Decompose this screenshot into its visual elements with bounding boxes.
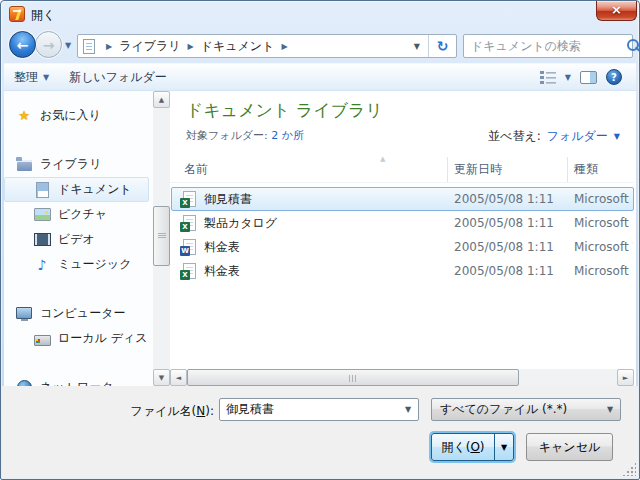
- file-date: 2005/05/08 1:11: [448, 264, 568, 278]
- sidebar-item-label: ピクチャ: [58, 206, 107, 223]
- file-row[interactable]: X 料金表 2005/05/08 1:11 Microsoft Ex: [171, 259, 634, 283]
- scope-locations-link[interactable]: 2 か所: [271, 129, 304, 142]
- sidebar-item[interactable]: ライブラリ: [4, 152, 149, 177]
- arrange-by-label: 並べ替え:: [488, 128, 541, 145]
- file-type-icon: W: [183, 239, 196, 255]
- new-folder-label: 新しいフォルダー: [69, 69, 167, 86]
- file-name: 料金表: [204, 263, 240, 280]
- sidebar-items: ★ お気に入り ライブラリ ドキュメント ピクチャ ビデオ: [4, 103, 170, 386]
- new-folder-button[interactable]: 新しいフォルダー: [59, 64, 177, 90]
- search-box[interactable]: [463, 34, 633, 58]
- open-file-dialog: 開く × ← → ▼ ▶ ライブラリ ▶ ドキュメント ▶ ▼ ↻: [0, 0, 640, 480]
- breadcrumb-separator-icon: ▶: [181, 42, 201, 51]
- sidebar-scrollbar-thumb[interactable]: [153, 206, 170, 266]
- library-scope: 対象フォルダー: 2 か所: [186, 128, 304, 143]
- title-bar[interactable]: 開く ×: [1, 1, 639, 28]
- file-row[interactable]: X 製品カタログ 2005/05/08 1:11 Microsoft Ex: [171, 211, 634, 235]
- search-input[interactable]: [464, 39, 625, 53]
- file-name: 御見積書: [204, 191, 252, 208]
- file-row[interactable]: W 料金表 2005/05/08 1:11 Microsoft W: [171, 235, 634, 259]
- resize-grip[interactable]: [622, 462, 636, 476]
- window-title: 開く: [31, 7, 55, 24]
- file-row[interactable]: X 御見積書 2005/05/08 1:11 Microsoft Ex: [171, 187, 634, 211]
- filetype-dropdown-icon[interactable]: ▼: [603, 405, 620, 414]
- sidebar-item[interactable]: ピクチャ: [4, 202, 149, 227]
- sidebar-item-icon: [15, 306, 33, 322]
- arrange-by-dropdown-icon[interactable]: ▼: [614, 132, 620, 141]
- cancel-button[interactable]: キャンセル: [526, 433, 613, 461]
- breadcrumb: ▶ ライブラリ ▶ ドキュメント: [99, 38, 274, 55]
- filename-dropdown-icon[interactable]: ▼: [401, 405, 418, 414]
- horizontal-scrollbar-thumb[interactable]: [187, 369, 519, 386]
- close-button[interactable]: ×: [596, 1, 637, 21]
- sidebar-item[interactable]: ★ お気に入り: [4, 103, 149, 128]
- help-icon[interactable]: ?: [606, 69, 622, 85]
- app-icon: [9, 6, 25, 22]
- filename-combobox[interactable]: ▼: [219, 398, 419, 421]
- sidebar-item[interactable]: ビデオ: [4, 227, 149, 252]
- scroll-up-icon[interactable]: ▲: [153, 91, 170, 108]
- scroll-left-icon[interactable]: ◄: [170, 369, 187, 386]
- change-view-dropdown-icon[interactable]: ▼: [565, 73, 571, 82]
- column-headers: 名前 ▲ 更新日時 種類: [170, 157, 634, 183]
- forward-button[interactable]: →: [35, 31, 62, 58]
- breadcrumb-item[interactable]: ▶ ライブラリ: [99, 38, 181, 55]
- breadcrumb-separator-icon[interactable]: ▶: [274, 42, 294, 51]
- refresh-button[interactable]: ↻: [428, 35, 456, 57]
- sidebar-item-label: ライブラリ: [40, 156, 101, 173]
- change-view-icon[interactable]: [540, 71, 556, 84]
- open-dropdown-icon[interactable]: ▼: [494, 434, 513, 460]
- file-type: Microsoft Ex: [568, 216, 633, 230]
- recent-pages-dropdown-icon[interactable]: ▼: [65, 41, 71, 50]
- filetype-combobox[interactable]: すべてのファイル (*.*) ▼: [431, 398, 621, 421]
- open-split-button[interactable]: 開く(O) ▼: [431, 433, 514, 461]
- file-type-icon: X: [183, 215, 196, 231]
- breadcrumb-label: ライブラリ: [119, 38, 180, 55]
- arrange-by-value[interactable]: フォルダー: [547, 128, 608, 145]
- horizontal-scrollbar[interactable]: ◄ ►: [170, 369, 634, 386]
- file-type-icon: X: [183, 263, 196, 279]
- filename-label: ファイル名(N):: [42, 403, 214, 420]
- sidebar-item-label: ローカル ディス: [58, 330, 148, 347]
- sidebar-item-icon: ♪: [33, 257, 51, 273]
- file-type: Microsoft Ex: [568, 264, 633, 278]
- file-date: 2005/05/08 1:11: [448, 192, 568, 206]
- arrange-by-control[interactable]: 並べ替え: フォルダー ▼: [488, 128, 620, 145]
- scroll-right-icon[interactable]: ►: [617, 369, 634, 386]
- navigation-pane: ★ お気に入り ライブラリ ドキュメント ピクチャ ビデオ: [4, 91, 170, 386]
- sidebar-item-label: コンピューター: [40, 305, 125, 322]
- column-header-name[interactable]: 名前 ▲: [170, 157, 447, 182]
- sidebar-item-icon: [15, 157, 33, 173]
- file-rows: X 御見積書 2005/05/08 1:11 Microsoft Ex X 製品…: [171, 187, 634, 283]
- scope-label: 対象フォルダー:: [186, 129, 268, 142]
- file-date: 2005/05/08 1:11: [448, 240, 568, 254]
- sidebar-item[interactable]: ネットワーク: [4, 375, 149, 386]
- sidebar-item[interactable]: ローカル ディス: [4, 326, 149, 351]
- sort-ascending-icon: ▲: [380, 155, 385, 163]
- column-header-date[interactable]: 更新日時: [447, 157, 567, 182]
- sidebar-item[interactable]: ♪ ミュージック: [4, 252, 149, 277]
- sidebar-item-label: ミュージック: [58, 256, 131, 273]
- organize-button[interactable]: 整理 ▼: [4, 64, 59, 90]
- filename-input[interactable]: [220, 403, 401, 417]
- chevron-down-icon: ▼: [43, 73, 49, 82]
- preview-pane-icon[interactable]: [580, 71, 597, 84]
- sidebar-item[interactable]: コンピューター: [4, 301, 149, 326]
- address-history-dropdown-icon[interactable]: ▼: [406, 42, 428, 51]
- column-header-type[interactable]: 種類: [567, 157, 634, 182]
- file-type: Microsoft W: [568, 240, 633, 254]
- open-button[interactable]: 開く(O): [432, 434, 494, 460]
- sidebar-item[interactable]: ドキュメント: [4, 177, 149, 202]
- address-bar[interactable]: ▶ ライブラリ ▶ ドキュメント ▶ ▼ ↻: [77, 34, 457, 58]
- sidebar-item-label: ドキュメント: [58, 181, 132, 198]
- scroll-down-icon[interactable]: ▼: [153, 369, 170, 386]
- breadcrumb-item[interactable]: ▶ ドキュメント: [181, 38, 275, 55]
- file-date: 2005/05/08 1:11: [448, 216, 568, 230]
- back-button[interactable]: ←: [9, 31, 36, 58]
- file-type-icon: X: [183, 191, 196, 207]
- breadcrumb-separator-icon: ▶: [99, 42, 119, 51]
- organize-label: 整理: [14, 69, 38, 86]
- dialog-footer: ファイル名(N): ▼ すべてのファイル (*.*) ▼ 開く(O) ▼ キャン…: [2, 386, 638, 478]
- file-name: 料金表: [204, 239, 240, 256]
- sidebar-scrollbar[interactable]: ▲ ▼: [153, 91, 170, 386]
